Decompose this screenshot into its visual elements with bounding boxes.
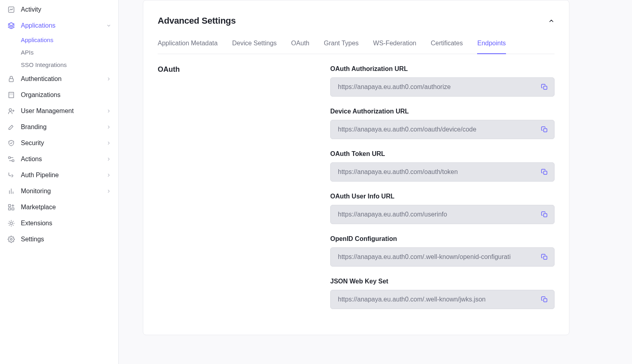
group-title-column: OAuth [158,65,318,320]
copy-icon [541,211,548,218]
field-input[interactable] [338,253,540,261]
field-input[interactable] [338,211,540,218]
sidebar-item-security[interactable]: Security [0,135,118,151]
svg-line-30 [9,225,10,225]
sidebar-item-actions[interactable]: Actions [0,151,118,167]
sidebar-item-label: Actions [21,156,101,163]
sidebar-item-user-management[interactable]: User Management [0,103,118,119]
copy-button[interactable] [540,125,549,134]
tab-application-metadata[interactable]: Application Metadata [158,40,217,54]
copy-icon [541,168,548,176]
chevron-right-icon [106,157,111,162]
sidebar-item-settings[interactable]: Settings [0,231,118,247]
sidebar-item-extensions[interactable]: Extensions [0,215,118,231]
sidebar-subitem-apis[interactable]: APIs [21,46,118,59]
field-input-wrap [330,77,555,97]
brush-icon [7,123,15,131]
svg-point-10 [9,109,12,111]
field-openid-configuration: OpenID Configuration [330,235,555,267]
sidebar-item-branding[interactable]: Branding [0,119,118,135]
field-label: OAuth Token URL [330,150,555,158]
grid-plus-icon [7,203,15,211]
group-title: OAuth [158,65,318,74]
svg-rect-37 [544,256,547,259]
copy-button[interactable] [540,167,549,177]
shield-icon [7,139,15,147]
tab-certificates[interactable]: Certificates [431,40,463,54]
tab-endpoints[interactable]: Endpoints [477,40,506,54]
sidebar: ActivityApplicationsApplicationsAPIsSSO … [0,0,119,364]
chevron-right-icon [106,77,111,81]
svg-line-27 [13,225,13,225]
field-input[interactable] [338,296,540,303]
field-input-wrap [330,247,555,267]
sidebar-item-label: Organizations [21,91,111,99]
sidebar-item-label: Extensions [21,220,111,227]
tab-device-settings[interactable]: Device Settings [232,40,276,54]
sidebar-item-label: Monitoring [21,188,101,195]
layers-icon [7,22,15,30]
collapse-button[interactable] [548,18,555,24]
section-title: Advanced Settings [158,16,236,26]
svg-line-26 [9,221,10,222]
tab-grant-types[interactable]: Grant Types [324,40,359,54]
field-input-wrap [330,290,555,309]
sidebar-item-monitoring[interactable]: Monitoring [0,183,118,199]
sidebar-item-label: Security [21,140,101,147]
copy-button[interactable] [540,252,549,262]
sidebar-item-label: Marketplace [21,204,111,211]
svg-rect-33 [544,86,547,89]
field-device-authorization-url: Device Authorization URL [330,108,555,139]
svg-rect-38 [544,299,547,302]
sidebar-item-auth-pipeline[interactable]: Auth Pipeline [0,167,118,183]
field-json-web-key-set: JSON Web Key Set [330,278,555,309]
svg-rect-34 [544,129,547,132]
field-oauth-user-info-url: OAuth User Info URL [330,193,555,224]
copy-icon [541,253,548,261]
settings-tabs: Application MetadataDevice SettingsOAuth… [158,40,555,54]
sun-icon [7,219,15,227]
chevron-right-icon [106,189,111,194]
sidebar-item-label: Applications [21,22,101,29]
field-label: OAuth Authorization URL [330,65,555,73]
chevron-up-icon [548,18,555,24]
field-input[interactable] [338,83,540,91]
sidebar-subitems: ApplicationsAPIsSSO Integrations [0,34,118,71]
sidebar-item-activity[interactable]: Activity [0,2,118,18]
sidebar-item-authentication[interactable]: Authentication [0,71,118,87]
tab-ws-federation[interactable]: WS-Federation [373,40,417,54]
svg-rect-2 [9,79,14,82]
sidebar-item-label: Settings [21,236,111,243]
chevron-right-icon [106,173,111,178]
sidebar-item-label: Auth Pipeline [21,172,101,179]
flow-icon [7,155,15,163]
copy-button[interactable] [540,210,549,219]
copy-icon [541,83,548,91]
advanced-settings-card: Advanced Settings Application MetadataDe… [143,0,569,335]
pipeline-icon [7,171,15,179]
sidebar-subitem-applications[interactable]: Applications [21,34,118,46]
copy-icon [541,296,548,303]
sidebar-item-organizations[interactable]: Organizations [0,87,118,103]
copy-button[interactable] [540,82,549,92]
field-input[interactable] [338,168,540,176]
copy-icon [541,126,548,133]
field-oauth-authorization-url: OAuth Authorization URL [330,65,555,97]
sidebar-item-label: Branding [21,123,101,131]
chevron-right-icon [106,109,111,113]
main-content: Advanced Settings Application MetadataDe… [119,0,632,364]
sidebar-item-marketplace[interactable]: Marketplace [0,199,118,215]
field-label: OAuth User Info URL [330,193,555,200]
copy-button[interactable] [540,295,549,304]
tab-oauth[interactable]: OAuth [291,40,309,54]
sidebar-item-label: Authentication [21,75,101,83]
svg-marker-1 [8,23,14,26]
svg-point-32 [10,239,12,241]
chart-line-icon [7,6,15,14]
field-input[interactable] [338,126,540,133]
sidebar-item-label: User Management [21,107,101,115]
sidebar-subitem-sso-integrations[interactable]: SSO Integrations [21,59,118,71]
lock-icon [7,75,15,83]
field-input-wrap [330,162,555,182]
sidebar-item-applications[interactable]: Applications [0,18,118,34]
